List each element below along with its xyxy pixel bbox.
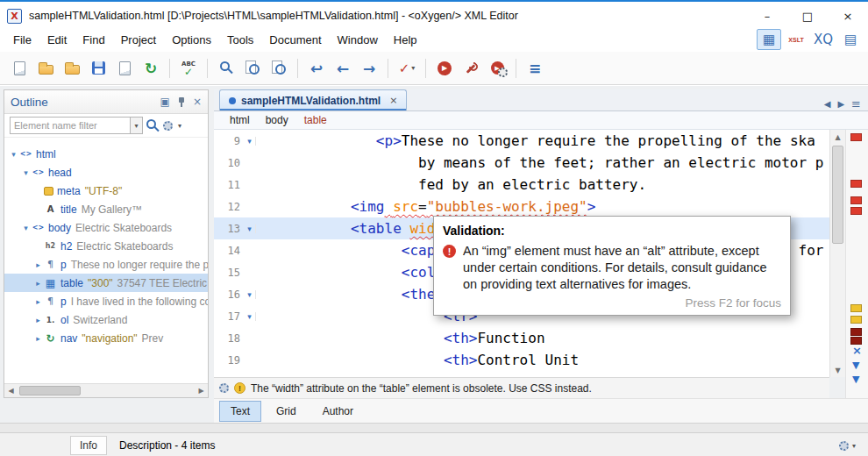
outline-node-h2[interactable]: h2h2Electric Skateboards [4,237,208,255]
outline-node-body[interactable]: ▾<>bodyElectric Skateboards [4,218,208,237]
tab-samplehtmlvalidation[interactable]: sampleHTMLValidation.html × [219,89,407,110]
menu-options[interactable]: Options [164,30,219,50]
outline-node-html[interactable]: ▾<>html [4,145,208,163]
warning-marker[interactable] [850,304,862,312]
dock-icon[interactable]: ▣ [160,96,170,108]
results-settings-arrow-icon[interactable]: ▾ [852,442,856,450]
error-marker[interactable] [850,207,862,215]
scrollbar-thumb[interactable] [19,386,81,395]
last-marker-arrow-icon[interactable]: ▼ [852,374,859,385]
scroll-up-arrow-icon[interactable]: ▲ [830,130,845,144]
last-edit-location-button[interactable]: ↩ [304,56,329,80]
open-url-button[interactable] [60,56,84,80]
outline-node-ol[interactable]: ▸1.olSwitzerland [4,310,208,329]
tree-expand-arrow-icon[interactable]: ▸ [32,279,44,288]
error-marker[interactable] [850,196,862,204]
open-button[interactable] [33,56,58,80]
maximize-button[interactable]: □ [787,4,828,28]
apply-transformation-button[interactable]: ▶ [432,56,457,80]
tree-expand-arrow-icon[interactable]: ▸ [32,316,44,324]
minimize-button[interactable]: – [747,4,787,28]
back-button[interactable]: ← [331,56,355,80]
scrollbar-thumb[interactable] [832,146,843,244]
spell-check-button[interactable]: ABC✓ [176,56,201,80]
menu-help[interactable]: Help [386,30,425,50]
outline-search-icon[interactable] [146,119,156,129]
mode-tab-grid[interactable]: Grid [265,401,308,422]
outline-node-p[interactable]: ▸¶pI have lived in the following co [4,292,208,310]
tree-expand-arrow-icon[interactable]: ▸ [32,297,44,306]
menu-window[interactable]: Window [330,30,386,50]
outline-horizontal-scrollbar[interactable]: ◀ ▶ [4,383,208,397]
debug-transformation-button[interactable]: ▶ [485,56,509,80]
outline-settings-arrow-icon[interactable]: ▾ [178,122,181,130]
fold-toggle-icon[interactable]: ▾ [244,137,256,146]
next-marker-arrow-icon[interactable]: ▼ [852,360,859,371]
close-button[interactable]: × [828,4,868,28]
menu-find[interactable]: Find [75,30,112,50]
reload-button[interactable]: ↻ [139,56,163,80]
fold-toggle-icon[interactable]: ▾ [244,290,256,299]
breadcrumb-item-table[interactable]: table [304,114,327,126]
scroll-tabs-right-icon[interactable]: ▶ [837,99,844,109]
element-name-filter-input[interactable] [10,117,131,134]
save-as-button[interactable] [112,56,137,80]
fold-toggle-icon[interactable]: ▾ [244,312,256,321]
tree-collapse-arrow-icon[interactable]: ▾ [20,224,32,232]
outline-node-p[interactable]: ▸¶pThese no longer require the pr [4,255,208,274]
error-marker[interactable] [850,180,862,188]
mode-tab-text[interactable]: Text [219,401,261,422]
quick-find-button[interactable] [267,56,291,80]
outline-node-table[interactable]: ▸▦table"300"37547 TEE Electric Po [4,274,208,292]
find-replace-button[interactable] [214,56,238,80]
scroll-tabs-left-icon[interactable]: ◀ [824,99,831,109]
mode-tab-author[interactable]: Author [311,401,365,422]
validate-dropdown-arrow-icon[interactable]: ▾ [411,64,415,72]
code-line-12[interactable]: 12 <img src="bubbles-work.jpeg"> [214,196,829,217]
xquery-button[interactable]: XQ [811,29,836,50]
warning-marker[interactable] [850,316,862,324]
outline-settings-gear-icon[interactable] [163,121,173,131]
code-line-10[interactable]: 10 by means of the feet; rather an elect… [214,152,829,174]
scroll-down-arrow-icon[interactable]: ▼ [830,363,845,377]
outline-node-title[interactable]: AtitleMy Gallery™ [4,200,208,218]
outline-node-meta[interactable]: meta"UTF-8" [4,182,208,200]
new-button[interactable] [7,56,32,80]
panel-close-icon[interactable]: × [193,96,202,108]
validation-failed-icon[interactable]: × [852,344,862,357]
tab-list-icon[interactable]: ≡ [851,97,861,110]
tab-info[interactable]: Info [70,436,107,455]
filter-combo-arrow-icon[interactable]: ▾ [131,117,143,134]
outline-node-nav[interactable]: ▸↻nav"navigation"Prev [4,329,208,347]
editor-vertical-scrollbar[interactable]: ▲ ▼ [829,130,845,377]
workspace-button[interactable]: ▤ [838,29,863,50]
format-indent-button[interactable]: ≡ [523,56,547,80]
editor-layout-button[interactable]: ▦ [757,29,781,50]
outline-node-head[interactable]: ▾<>head [4,163,208,182]
menu-document[interactable]: Document [261,30,329,50]
results-settings-gear-icon[interactable] [839,441,849,451]
code-line-9[interactable]: 9▾ <p>These no longer require the propel… [214,130,829,152]
code-line-18[interactable]: 18 <th>Function [214,327,829,349]
error-marker[interactable] [850,133,862,141]
xslt-button[interactable]: XSLT [784,29,808,50]
code-line-19[interactable]: 19 <th>Control Unit [214,349,829,371]
horizontal-splitter[interactable] [0,423,868,433]
tree-expand-arrow-icon[interactable]: ▸ [32,334,44,343]
breadcrumb-item-body[interactable]: body [266,114,288,126]
forward-button[interactable]: → [357,56,381,80]
tree-collapse-arrow-icon[interactable]: ▾ [8,150,19,159]
fold-toggle-icon[interactable]: ▾ [244,224,256,233]
menu-file[interactable]: File [5,30,39,50]
menu-edit[interactable]: Edit [39,30,75,50]
code-line-11[interactable]: 11 fed by an electric battery. [214,174,829,196]
find-in-files-button[interactable] [240,56,265,80]
message-settings-gear-icon[interactable] [219,383,229,393]
validate-button[interactable]: ✓▾ [395,56,419,80]
configure-transformation-button[interactable] [459,56,483,80]
breadcrumb-item-html[interactable]: html [230,114,250,126]
tree-collapse-arrow-icon[interactable]: ▾ [20,168,32,177]
save-button[interactable] [86,56,110,80]
error-marker[interactable] [850,328,862,336]
scroll-left-arrow-icon[interactable]: ◀ [4,384,18,397]
